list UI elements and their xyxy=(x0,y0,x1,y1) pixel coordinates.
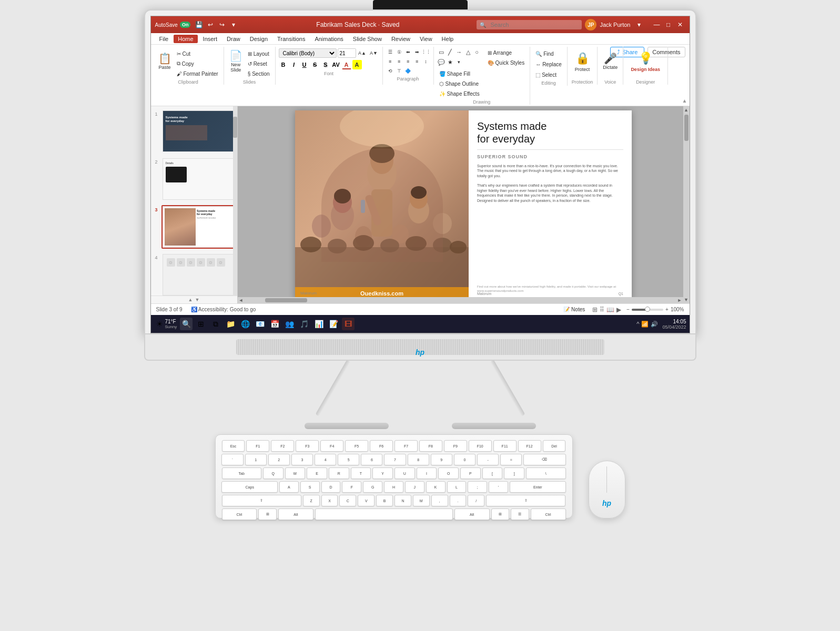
align-right-button[interactable]: ≡ xyxy=(404,57,412,66)
section-button[interactable]: § Section xyxy=(246,69,272,78)
text-direction-button[interactable]: ⟲ xyxy=(386,67,394,75)
shape-arrow-icon[interactable]: → xyxy=(455,48,463,56)
cut-button[interactable]: ✂ Cut xyxy=(175,49,220,58)
key-m[interactable]: M xyxy=(413,495,430,506)
taskbar-music-icon[interactable]: 🎵 xyxy=(298,318,310,330)
key-j[interactable]: J xyxy=(405,481,424,493)
shape-fill-button[interactable]: 🪣 Shape Fill xyxy=(437,69,472,78)
key-8[interactable]: 8 xyxy=(408,454,429,465)
scroll-up-arrow[interactable]: ▲ xyxy=(188,297,193,302)
key-backspace[interactable]: ⌫ xyxy=(523,454,565,465)
font-size-input[interactable] xyxy=(338,48,356,58)
font-name-select[interactable]: Calibri (Body) xyxy=(279,48,337,58)
key-b[interactable]: B xyxy=(376,495,393,506)
key-2[interactable]: 2 xyxy=(268,454,290,465)
bullets-button[interactable]: ☰ xyxy=(386,48,394,56)
find-button[interactable]: 🔍 Find xyxy=(533,49,564,58)
key-0[interactable]: 0 xyxy=(454,454,475,465)
key-f12[interactable]: F12 xyxy=(518,440,541,452)
key-k[interactable]: K xyxy=(426,481,446,493)
key-comma[interactable]: , xyxy=(431,495,448,506)
taskbar-multitask-icon[interactable]: ⧉ xyxy=(209,318,222,330)
key-rctrl[interactable]: Ctrl xyxy=(531,508,566,520)
slideshow-icon[interactable]: ▶ xyxy=(616,306,621,313)
slide-thumb-4[interactable]: 4 ⊙ ⊙ ⊙ ⊙ ⊙ ⊙ xyxy=(161,253,235,297)
taskbar-calendar-icon[interactable]: 📅 xyxy=(268,318,281,330)
shape-triangle-icon[interactable]: △ xyxy=(464,48,472,56)
key-lalt[interactable]: Alt xyxy=(278,508,313,520)
key-quote[interactable]: ' xyxy=(489,481,508,493)
key-c[interactable]: C xyxy=(339,495,356,506)
key-p[interactable]: P xyxy=(460,467,481,479)
menu-animations[interactable]: Animations xyxy=(310,35,347,43)
key-slash[interactable]: / xyxy=(468,495,484,506)
strikethrough-button[interactable]: S xyxy=(310,60,320,69)
design-ideas-button[interactable]: 💡 Design Ideas xyxy=(626,47,664,76)
key-q[interactable]: Q xyxy=(263,467,284,479)
key-6[interactable]: 6 xyxy=(361,454,382,465)
key-f11[interactable]: F11 xyxy=(493,440,517,452)
font-grow-icon[interactable]: A▲ xyxy=(357,48,368,58)
search-wrap[interactable] xyxy=(477,20,582,29)
volume-icon[interactable]: 🔊 xyxy=(651,321,658,328)
key-f10[interactable]: F10 xyxy=(469,440,492,452)
key-z[interactable]: Z xyxy=(303,495,320,506)
key-lshift[interactable]: ⇧ xyxy=(222,495,301,506)
smartart-button[interactable]: 🔷 xyxy=(404,67,412,75)
key-backtick[interactable]: ` xyxy=(221,454,243,465)
taskbar-word-icon[interactable]: 📝 xyxy=(327,318,340,330)
taskbar-excel-icon[interactable]: 📊 xyxy=(312,318,325,330)
key-x[interactable]: X xyxy=(321,495,338,506)
numbering-button[interactable]: ① xyxy=(395,48,403,56)
font-shrink-icon[interactable]: A▼ xyxy=(369,48,379,58)
menu-insert[interactable]: Insert xyxy=(199,35,222,43)
key-y[interactable]: Y xyxy=(372,467,393,479)
key-v[interactable]: V xyxy=(358,495,375,506)
key-f8[interactable]: F8 xyxy=(419,440,442,452)
format-painter-button[interactable]: 🖌 Format Painter xyxy=(175,69,220,78)
zoom-slider[interactable] xyxy=(632,309,663,311)
menu-home[interactable]: Home xyxy=(174,35,197,43)
clock[interactable]: 14:05 05/04/2022 xyxy=(662,319,686,330)
scroll-right-btn[interactable]: ► xyxy=(676,297,683,303)
key-esc[interactable]: Esc xyxy=(222,440,245,452)
shape-callout-icon[interactable]: 💬 xyxy=(437,58,446,66)
underline-button[interactable]: U xyxy=(300,60,309,69)
key-f2[interactable]: F2 xyxy=(271,440,294,452)
slide-thumb-2[interactable]: 2 Details xyxy=(161,157,235,201)
slide-sorter-icon[interactable]: ⠿ xyxy=(600,306,604,313)
key-f5[interactable]: F5 xyxy=(345,440,368,452)
slide-thumb-3[interactable]: 3 Systems madefor everyday SUPERIOR SOUN… xyxy=(161,205,235,249)
key-s[interactable]: S xyxy=(300,481,320,493)
key-a[interactable]: A xyxy=(279,481,299,493)
taskbar-teams-icon[interactable]: 👥 xyxy=(283,318,296,330)
key-i[interactable]: I xyxy=(417,467,437,479)
key-f4[interactable]: F4 xyxy=(320,440,343,452)
minimize-button[interactable]: — xyxy=(652,19,662,30)
search-input[interactable] xyxy=(477,20,582,29)
user-more-icon[interactable]: ▾ xyxy=(634,19,644,30)
menu-view[interactable]: View xyxy=(416,35,437,43)
chevron-up-icon[interactable]: ^ xyxy=(636,321,639,328)
key-rwin[interactable]: ⊞ xyxy=(491,508,509,520)
key-f[interactable]: F xyxy=(342,481,361,493)
shape-rect-icon[interactable]: ▭ xyxy=(437,48,446,56)
key-caps[interactable]: Caps xyxy=(221,481,277,493)
taskbar-widgets-icon[interactable]: ⊞ xyxy=(195,318,207,330)
key-g[interactable]: G xyxy=(363,481,382,493)
menu-file[interactable]: File xyxy=(155,35,173,43)
autosave-toggle[interactable]: On xyxy=(180,22,191,28)
indent-more-button[interactable]: ➡ xyxy=(413,48,421,56)
redo-icon[interactable]: ↪ xyxy=(217,19,227,30)
line-spacing-button[interactable]: ↕ xyxy=(422,57,430,66)
normal-view-icon[interactable]: ⊞ xyxy=(592,306,598,313)
shape-effects-button[interactable]: ✨ Shape Effects xyxy=(437,89,482,98)
key-semicolon[interactable]: ; xyxy=(468,481,487,493)
bold-button[interactable]: B xyxy=(279,60,288,69)
shape-line-icon[interactable]: ╱ xyxy=(446,48,454,56)
key-h[interactable]: H xyxy=(384,481,403,493)
key-r[interactable]: R xyxy=(329,467,349,479)
slide-panel-scrollbar[interactable] xyxy=(233,106,237,303)
scroll-down-arrow[interactable]: ▼ xyxy=(195,297,200,302)
italic-button[interactable]: I xyxy=(289,60,299,69)
